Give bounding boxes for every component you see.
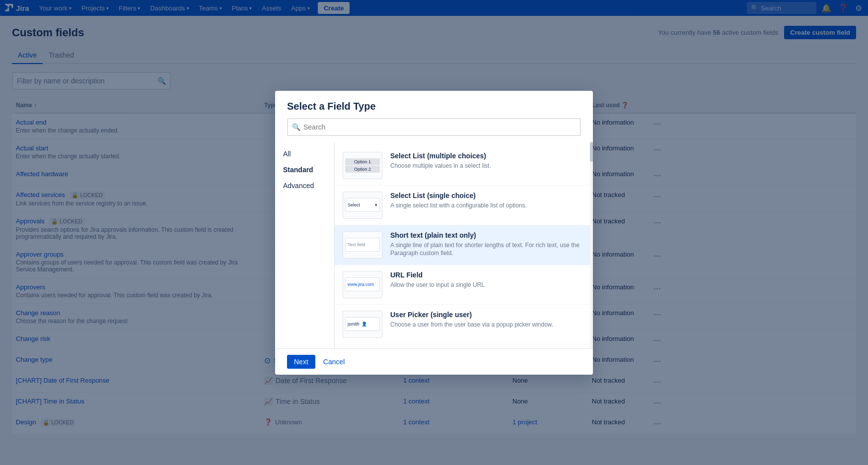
select-field-type-modal: Select a Field Type 🔍 All Standard Advan…: [275, 91, 593, 375]
scrollbar-track: [590, 142, 593, 348]
field-option-name: URL Field: [390, 271, 485, 279]
field-option-short-text[interactable]: Text field Short text (plain text only) …: [335, 225, 593, 265]
field-option-text: User Picker (single user) Choose a user …: [390, 311, 553, 329]
field-option-desc: Choose a user from the user base via a p…: [390, 321, 553, 329]
modal-footer: Next Cancel: [275, 348, 593, 375]
modal-sidebar: All Standard Advanced: [275, 142, 335, 348]
select-single-icon: Select▾: [343, 192, 382, 219]
url-field-preview: www.jira.com: [345, 277, 380, 291]
modal-search-icon: 🔍: [292, 123, 300, 131]
sidebar-item-advanced[interactable]: Advanced: [275, 178, 334, 194]
select-single-preview: Select▾: [345, 198, 380, 212]
sidebar-item-standard[interactable]: Standard: [275, 162, 334, 178]
field-option-text: Select List (single choice) A single sel…: [390, 192, 527, 210]
field-option-url[interactable]: www.jira.com URL Field Allow the user to…: [335, 265, 593, 305]
field-option-name: Select List (multiple choices): [390, 152, 491, 160]
modal-search-area: 🔍: [275, 118, 593, 142]
field-option-desc: A single line of plain text for shorter …: [390, 241, 585, 258]
user-picker-preview: jsmith👤: [345, 317, 380, 331]
field-option-text: Short text (plain text only) A single li…: [390, 231, 585, 258]
user-picker-icon: jsmith👤: [343, 311, 382, 338]
modal-overlay[interactable]: Select a Field Type 🔍 All Standard Advan…: [0, 0, 868, 444]
modal-body: All Standard Advanced Option 1 Option 2 …: [275, 142, 593, 348]
short-text-icon: Text field: [343, 231, 382, 259]
url-field-icon: www.jira.com: [343, 271, 382, 298]
field-option-desc: Choose multiple values in a select list.: [390, 162, 491, 170]
field-option-name: Short text (plain text only): [390, 231, 585, 239]
sidebar-item-all[interactable]: All: [275, 146, 334, 162]
next-button[interactable]: Next: [287, 355, 315, 369]
field-option-text: Select List (multiple choices) Choose mu…: [390, 152, 491, 170]
select-multiple-icon: Option 1 Option 2: [343, 152, 382, 179]
text-field-preview: Text field: [345, 238, 380, 252]
field-option-user-picker[interactable]: jsmith👤 User Picker (single user) Choose…: [335, 305, 593, 344]
field-option-desc: A single select list with a configurable…: [390, 201, 527, 210]
field-option-desc: Allow the user to input a single URL: [390, 281, 485, 289]
field-option-name: Select List (single choice): [390, 192, 527, 199]
field-option-name: User Picker (single user): [390, 311, 553, 319]
field-option-select-multiple[interactable]: Option 1 Option 2 Select List (multiple …: [335, 146, 593, 186]
cancel-button[interactable]: Cancel: [319, 355, 349, 369]
field-option-select-single[interactable]: Select▾ Select List (single choice) A si…: [335, 186, 593, 225]
modal-title: Select a Field Type: [275, 91, 593, 118]
scrollbar-thumb[interactable]: [590, 142, 593, 162]
modal-search-wrap: 🔍: [287, 118, 581, 136]
modal-field-list: Option 1 Option 2 Select List (multiple …: [335, 142, 593, 348]
field-option-text: URL Field Allow the user to input a sing…: [390, 271, 485, 289]
modal-search-input[interactable]: [303, 123, 576, 131]
